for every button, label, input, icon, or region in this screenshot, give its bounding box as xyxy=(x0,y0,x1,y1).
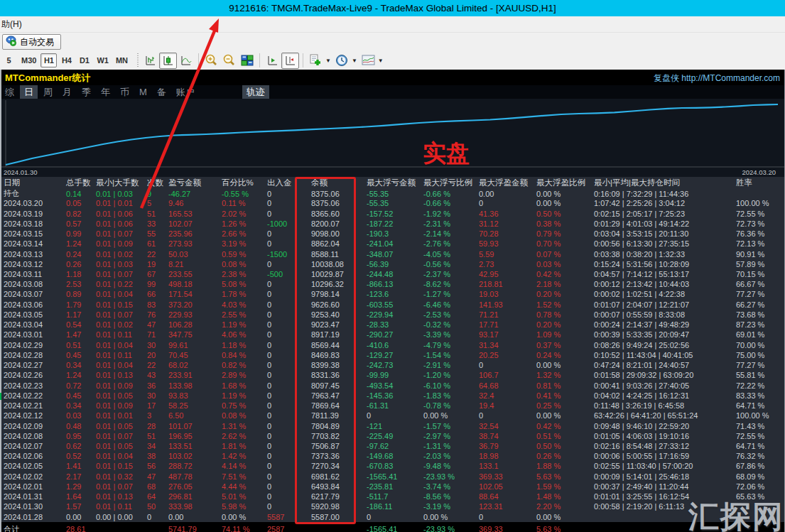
candlestick-icon[interactable] xyxy=(159,53,177,69)
cell-fp: 2.73 xyxy=(475,260,533,268)
timeframe-button-D1[interactable]: D1 xyxy=(76,53,92,67)
indicators-icon[interactable] xyxy=(307,53,325,69)
cell-win: 100.00 % xyxy=(732,411,785,420)
cell-balance: 9023.47 xyxy=(308,320,363,329)
templates-dropdown-icon[interactable]: ▼ xyxy=(378,58,384,64)
cell-lots: 1.47 xyxy=(63,330,92,339)
cell-hold: 0:15:24 | 5:31:56 | 10:28:09 xyxy=(590,260,732,268)
cell-minmax: 0.01 | 0.07 xyxy=(92,432,144,440)
cell-pnl: 70.45 xyxy=(165,351,218,359)
panel-tab-5[interactable]: 年 xyxy=(97,85,114,99)
periods-dropdown-icon[interactable]: ▼ xyxy=(352,58,357,64)
cell-fpp: 0.79 % xyxy=(533,229,590,238)
cell-pct: 74.11 % xyxy=(218,525,264,532)
cell-pct: 0.84 % xyxy=(218,351,264,359)
cell-flp: -1.31 % xyxy=(420,442,475,450)
panel-tab-7[interactable]: M xyxy=(135,86,151,98)
zoom-in-icon[interactable] xyxy=(202,53,220,69)
cell-lots: 0.45 xyxy=(63,391,92,400)
cell-fp: 0.00 xyxy=(475,190,533,198)
timeframe-button-5[interactable]: 5 xyxy=(1,53,17,67)
cell-count: 61 xyxy=(144,239,165,248)
cell-fpp: 0.42 % xyxy=(533,422,590,430)
chart-shift-icon[interactable] xyxy=(281,53,299,69)
window-titlebar[interactable]: 9121616: TMGM.TradeMax-Live9 - TradeMax … xyxy=(0,0,785,16)
cell-pnl: 171.54 xyxy=(165,290,218,298)
cell-pct: 0.75 % xyxy=(218,401,264,410)
cell-pct: 2.38 % xyxy=(218,270,264,278)
cell-inout: 0 xyxy=(264,422,308,430)
cell-inout: -500 xyxy=(264,270,308,278)
cell-fl: -28.33 xyxy=(363,320,420,329)
cell-date: 2024.02.22 xyxy=(0,391,63,400)
cell-date: 2024.03.01 xyxy=(0,330,63,339)
cell-pnl: 101.07 xyxy=(165,422,218,430)
cell-minmax: 0.01 | 0.09 xyxy=(92,401,144,410)
cell-date: 2024.03.13 xyxy=(0,250,63,259)
timeframe-button-W1[interactable]: W1 xyxy=(94,53,112,67)
cell-date: 2024.02.06 xyxy=(0,452,63,460)
terminal-window: 9121616: TMGM.TradeMax-Live9 - TradeMax … xyxy=(0,0,785,532)
bar-chart-icon[interactable] xyxy=(141,53,159,69)
timeframe-button-MN[interactable]: MN xyxy=(113,53,131,67)
panel-tab-4[interactable]: 季 xyxy=(77,85,95,99)
timeframe-button-M30[interactable]: M30 xyxy=(18,53,39,67)
cell-flp: -0.78 % xyxy=(420,401,475,410)
cell-minmax: 0.01 | 0.09 xyxy=(92,239,144,248)
periods-icon[interactable] xyxy=(333,53,351,69)
chart-end-date: 2024.03.20 xyxy=(742,168,776,176)
cell-minmax: 0.01 | 0.05 xyxy=(92,422,144,430)
timeframe-button-H1[interactable]: H1 xyxy=(40,53,57,67)
cell-date: 2024.02.12 xyxy=(0,411,63,420)
cell-fpp: 1.88 % xyxy=(533,462,590,470)
templates-icon[interactable] xyxy=(359,53,377,69)
autotrading-button[interactable]: 自动交易 xyxy=(2,34,61,50)
table-row: 2024.02.261.240.01 | 0.1343233.912.89 %0… xyxy=(0,370,785,380)
cell-win: 72.73 % xyxy=(732,219,785,228)
indicators-dropdown-icon[interactable]: ▼ xyxy=(325,58,331,64)
cell-date: 2024.03.11 xyxy=(0,270,63,278)
cell-fp: 64.68 xyxy=(475,381,533,390)
panel-tab-1[interactable]: 日 xyxy=(20,85,38,99)
cell-fp: 0 xyxy=(475,513,533,521)
cell-pct: 0.08 % xyxy=(218,411,264,420)
cell-pct: -0.55 % xyxy=(218,190,264,198)
cell-minmax: 0.01 | 0.07 xyxy=(92,229,144,238)
panel-link[interactable]: 复盘侠 http://MTCommander.com xyxy=(654,72,780,85)
panel-tab-trace[interactable]: 轨迹 xyxy=(242,85,269,99)
panel-tab-0[interactable]: 综 xyxy=(1,85,18,99)
tile-windows-icon[interactable] xyxy=(238,53,256,69)
cell-fl: -670.83 xyxy=(363,462,420,470)
cell-pnl: 229.93 xyxy=(165,310,218,319)
auto-scroll-icon[interactable] xyxy=(264,53,281,69)
cell-lots: 1.29 xyxy=(63,482,92,491)
cell-pct: 5.98 % xyxy=(218,502,264,511)
panel-tab-3[interactable]: 月 xyxy=(58,85,76,99)
cell-hold: 0:01:05 | 4:06:03 | 19:10:16 xyxy=(590,432,732,440)
cell-fp: 141.93 xyxy=(475,300,533,309)
cell-date: 2024.01.28 xyxy=(0,513,63,521)
menu-help[interactable]: 助(H) xyxy=(1,18,22,31)
cell-lots: 0.34 xyxy=(63,361,92,369)
cell-inout: 0 xyxy=(264,341,308,349)
timeframe-button-H4[interactable]: H4 xyxy=(58,53,75,67)
cell-date: 合计 xyxy=(0,524,63,532)
zoom-out-icon[interactable] xyxy=(220,53,238,69)
table-row: 2024.03.190.820.01 | 0.0651165.532.02 %0… xyxy=(0,208,785,218)
panel-tab-8[interactable]: 备 xyxy=(153,85,170,99)
window-title: 9121616: TMGM.TradeMax-Live9 - TradeMax … xyxy=(229,3,556,13)
cell-fpp: 0.24 % xyxy=(533,351,590,359)
panel-tab-6[interactable]: 币 xyxy=(116,85,134,99)
cell-flp: -2.53 % xyxy=(420,310,475,319)
cell-count: 43 xyxy=(144,371,165,379)
toolbar-grip[interactable] xyxy=(137,53,139,67)
panel-tab-2[interactable]: 周 xyxy=(39,85,57,99)
cell-hold: 0:01:58 | 29:09:32 | 63:09:20 xyxy=(590,371,732,379)
cell-pnl: 99.61 xyxy=(165,341,218,349)
cell-lots: 0.00 xyxy=(63,513,92,521)
cell-win: 71.43 % xyxy=(732,422,785,430)
panel-tab-9[interactable]: 账户 xyxy=(172,85,199,99)
cell-win: 70.00 % xyxy=(732,341,785,349)
cell-balance: 7811.39 xyxy=(308,411,363,420)
line-chart-icon[interactable] xyxy=(177,53,195,69)
